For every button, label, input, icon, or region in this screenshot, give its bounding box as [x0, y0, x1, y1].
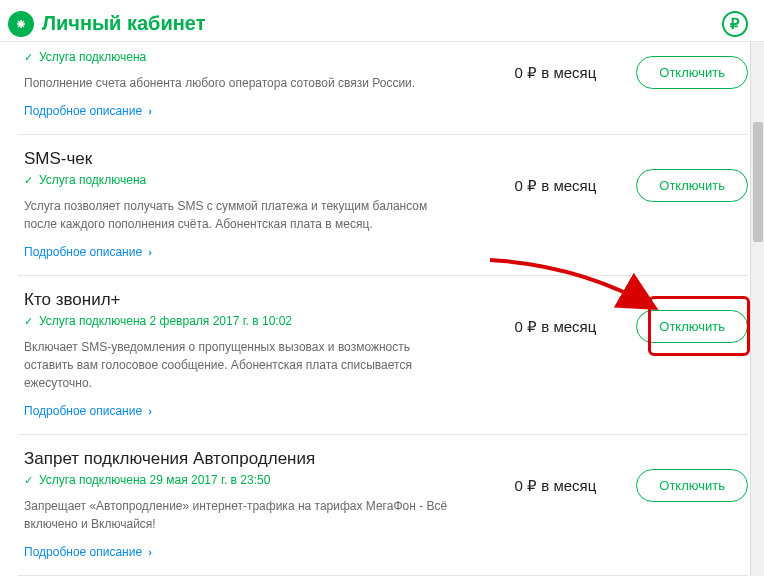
service-item: SMS-чек ✓ Услуга подключена Услуга позво…: [18, 135, 748, 276]
details-link[interactable]: Подробное описание ›: [24, 245, 454, 259]
service-info: SMS-чек ✓ Услуга подключена Услуга позво…: [24, 149, 454, 259]
status-text: Услуга подключена: [39, 50, 146, 64]
header: Личный кабинет ₽: [0, 0, 764, 42]
service-item: ✓ Услуга подключена Пополнение счета або…: [18, 42, 748, 135]
scrollbar-thumb[interactable]: [753, 122, 763, 242]
details-link[interactable]: Подробное описание ›: [24, 404, 454, 418]
page-title: Личный кабинет: [42, 12, 205, 35]
service-info: Запрет подключения Автопродления ✓ Услуг…: [24, 449, 454, 559]
service-actions: 0 ₽ в месяц Отключить: [515, 149, 748, 202]
service-description: Пополнение счета абонента любого операто…: [24, 74, 454, 92]
service-status: ✓ Услуга подключена: [24, 173, 454, 187]
service-item: Запрет подключения Автопродления ✓ Услуг…: [18, 435, 748, 576]
details-text: Подробное описание: [24, 545, 142, 559]
service-description: Включает SMS-уведомления о пропущенных в…: [24, 338, 454, 392]
check-icon: ✓: [24, 51, 33, 64]
service-status: ✓ Услуга подключена 2 февраля 2017 г. в …: [24, 314, 454, 328]
service-title: Кто звонил+: [24, 290, 454, 310]
details-text: Подробное описание: [24, 245, 142, 259]
service-description: Услуга позволяет получать SMS с суммой п…: [24, 197, 454, 233]
service-info: ✓ Услуга подключена Пополнение счета або…: [24, 50, 454, 118]
service-item: Кто звонил+ ✓ Услуга подключена 2 феврал…: [18, 276, 748, 435]
service-actions: 0 ₽ в месяц Отключить: [515, 290, 748, 343]
chevron-right-icon: ›: [148, 405, 152, 417]
check-icon: ✓: [24, 174, 33, 187]
service-status: ✓ Услуга подключена 29 мая 2017 г. в 23:…: [24, 473, 454, 487]
disable-button[interactable]: Отключить: [636, 56, 748, 89]
service-title: SMS-чек: [24, 149, 454, 169]
service-price: 0 ₽ в месяц: [515, 64, 597, 82]
service-actions: 0 ₽ в месяц Отключить: [515, 449, 748, 502]
disable-button[interactable]: Отключить: [636, 169, 748, 202]
ruble-icon[interactable]: ₽: [722, 11, 748, 37]
service-actions: 0 ₽ в месяц Отключить: [515, 50, 748, 89]
chevron-right-icon: ›: [148, 546, 152, 558]
service-price: 0 ₽ в месяц: [515, 318, 597, 336]
logo-icon: [8, 11, 34, 37]
service-info: Кто звонил+ ✓ Услуга подключена 2 феврал…: [24, 290, 454, 418]
header-left: Личный кабинет: [8, 11, 205, 37]
service-price: 0 ₽ в месяц: [515, 477, 597, 495]
services-list: ✓ Услуга подключена Пополнение счета або…: [0, 42, 764, 576]
check-icon: ✓: [24, 315, 33, 328]
chevron-right-icon: ›: [148, 246, 152, 258]
details-text: Подробное описание: [24, 404, 142, 418]
service-price: 0 ₽ в месяц: [515, 177, 597, 195]
check-icon: ✓: [24, 474, 33, 487]
status-text: Услуга подключена 2 февраля 2017 г. в 10…: [39, 314, 292, 328]
service-title: Запрет подключения Автопродления: [24, 449, 454, 469]
chevron-right-icon: ›: [148, 105, 152, 117]
details-text: Подробное описание: [24, 104, 142, 118]
scrollbar[interactable]: [750, 42, 764, 576]
status-text: Услуга подключена 29 мая 2017 г. в 23:50: [39, 473, 270, 487]
status-text: Услуга подключена: [39, 173, 146, 187]
details-link[interactable]: Подробное описание ›: [24, 104, 454, 118]
service-status: ✓ Услуга подключена: [24, 50, 454, 64]
service-description: Запрещает «Автопродление» интернет-трафи…: [24, 497, 454, 533]
disable-button[interactable]: Отключить: [636, 469, 748, 502]
details-link[interactable]: Подробное описание ›: [24, 545, 454, 559]
disable-button[interactable]: Отключить: [636, 310, 748, 343]
